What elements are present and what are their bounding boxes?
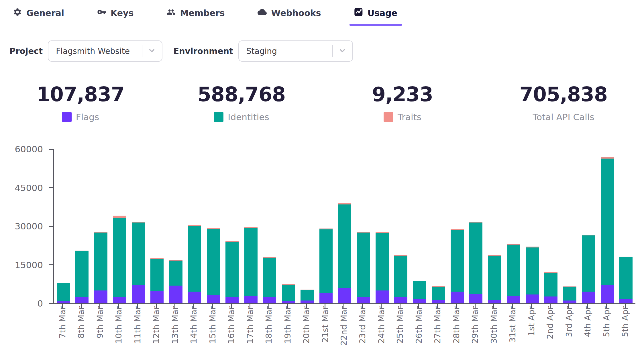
bar-segment-flags[interactable] [57, 301, 70, 303]
bar-segment-identities[interactable] [619, 257, 633, 299]
bar-segment-flags[interactable] [526, 294, 539, 303]
bar-segment-flags[interactable] [582, 292, 595, 303]
bar-9th-mar[interactable] [94, 232, 107, 303]
bar-segment-identities[interactable] [601, 159, 614, 285]
bar-segment-flags[interactable] [394, 297, 407, 303]
bar-segment-flags[interactable] [244, 296, 258, 303]
bar-segment-identities[interactable] [357, 233, 370, 297]
bar-segment-flags[interactable] [432, 300, 445, 303]
bar-4th-apr[interactable] [582, 235, 595, 303]
bar-segment-flags[interactable] [469, 294, 482, 303]
bar-5th-apr[interactable] [619, 257, 633, 303]
bar-segment-identities[interactable] [563, 287, 576, 301]
bar-segment-identities[interactable] [338, 204, 351, 288]
bar-13th-mar[interactable] [169, 260, 182, 303]
bar-segment-identities[interactable] [469, 223, 482, 294]
bar-30th-mar[interactable] [488, 255, 501, 303]
bar-segment-flags[interactable] [169, 286, 182, 303]
bar-18th-mar[interactable] [263, 257, 276, 303]
bar-segment-identities[interactable] [544, 273, 557, 296]
tab-keys[interactable]: Keys [97, 6, 133, 19]
bar-segment-identities[interactable] [282, 285, 295, 301]
bar-11th-mar[interactable] [132, 222, 145, 303]
bar-31st-mar[interactable] [507, 244, 520, 303]
bar-segment-identities[interactable] [432, 287, 445, 300]
bar-segment-flags[interactable] [338, 288, 351, 303]
bar-segment-identities[interactable] [488, 256, 501, 300]
bar-21st-mar[interactable] [319, 229, 333, 303]
bar-segment-identities[interactable] [301, 290, 314, 301]
bar-segment-identities[interactable] [451, 230, 464, 292]
bar-1st-apr[interactable] [526, 247, 539, 303]
bar-segment-flags[interactable] [113, 297, 126, 303]
bar-segment-flags[interactable] [75, 297, 89, 303]
tab-webhooks[interactable]: Webhooks [258, 6, 321, 19]
bar-segment-identities[interactable] [207, 229, 220, 295]
bar-26th-mar[interactable] [413, 281, 426, 303]
bar-segment-identities[interactable] [507, 245, 520, 296]
bar-segment-identities[interactable] [150, 259, 164, 291]
bar-segment-identities[interactable] [244, 228, 258, 296]
bar-segment-flags[interactable] [188, 292, 201, 303]
bar-segment-flags[interactable] [207, 295, 220, 303]
bar-2nd-apr[interactable] [544, 272, 557, 303]
bar-segment-identities[interactable] [75, 251, 89, 297]
bar-20th-mar[interactable] [301, 290, 314, 303]
bar-23rd-mar[interactable] [357, 232, 370, 303]
bar-segment-flags[interactable] [601, 285, 614, 303]
bar-segment-flags[interactable] [263, 297, 276, 303]
bar-segment-flags[interactable] [488, 300, 501, 303]
project-select[interactable]: Flagsmith Website [48, 40, 162, 62]
bar-segment-identities[interactable] [132, 223, 145, 285]
bar-segment-identities[interactable] [94, 233, 107, 290]
bar-segment-identities[interactable] [394, 256, 407, 297]
bar-segment-flags[interactable] [451, 292, 464, 303]
bar-19th-mar[interactable] [282, 284, 295, 303]
bar-segment-identities[interactable] [57, 283, 70, 301]
bar-segment-flags[interactable] [94, 290, 107, 303]
bar-segment-identities[interactable] [263, 258, 276, 298]
bar-segment-identities[interactable] [113, 218, 126, 297]
bar-16th-mar[interactable] [225, 241, 239, 303]
bar-segment-flags[interactable] [319, 293, 333, 303]
bar-7th-mar[interactable] [57, 283, 70, 303]
bar-segment-identities[interactable] [169, 261, 182, 286]
bar-12th-mar[interactable] [150, 258, 164, 303]
bar-25th-mar[interactable] [394, 255, 407, 303]
bar-29th-mar[interactable] [469, 222, 482, 303]
bar-segment-identities[interactable] [188, 226, 201, 292]
bar-22nd-mar[interactable] [338, 203, 351, 303]
bar-segment-flags[interactable] [225, 297, 239, 303]
bar-segment-flags[interactable] [376, 290, 389, 303]
bar-segment-flags[interactable] [150, 291, 164, 303]
bar-segment-flags[interactable] [563, 301, 576, 303]
bar-segment-identities[interactable] [526, 247, 539, 294]
environment-select[interactable]: Staging [238, 40, 353, 62]
bar-segment-flags[interactable] [132, 285, 145, 303]
tab-members[interactable]: Members [166, 6, 225, 19]
bar-15th-mar[interactable] [207, 228, 220, 303]
bar-3rd-apr[interactable] [563, 286, 576, 303]
tab-usage[interactable]: Usage [354, 6, 397, 19]
bar-segment-identities[interactable] [376, 233, 389, 290]
bar-segment-traits[interactable] [113, 216, 126, 218]
bar-segment-flags[interactable] [413, 299, 426, 303]
bar-segment-flags[interactable] [507, 296, 520, 303]
bar-28th-mar[interactable] [451, 229, 464, 303]
bar-segment-flags[interactable] [619, 299, 633, 303]
bar-segment-identities[interactable] [582, 235, 595, 291]
bar-segment-flags[interactable] [282, 301, 295, 303]
bar-segment-identities[interactable] [225, 242, 239, 297]
tab-general[interactable]: General [13, 6, 64, 19]
bar-27th-mar[interactable] [432, 286, 445, 303]
bar-segment-identities[interactable] [413, 281, 426, 299]
bar-5th-apr[interactable] [601, 157, 614, 303]
bar-8th-mar[interactable] [75, 251, 89, 303]
bar-24th-mar[interactable] [376, 232, 389, 303]
bar-segment-flags[interactable] [357, 297, 370, 303]
bar-10th-mar[interactable] [113, 216, 126, 303]
bar-segment-identities[interactable] [319, 229, 333, 293]
bar-segment-flags[interactable] [301, 301, 314, 303]
bar-segment-flags[interactable] [544, 296, 557, 303]
bar-17th-mar[interactable] [244, 227, 258, 303]
